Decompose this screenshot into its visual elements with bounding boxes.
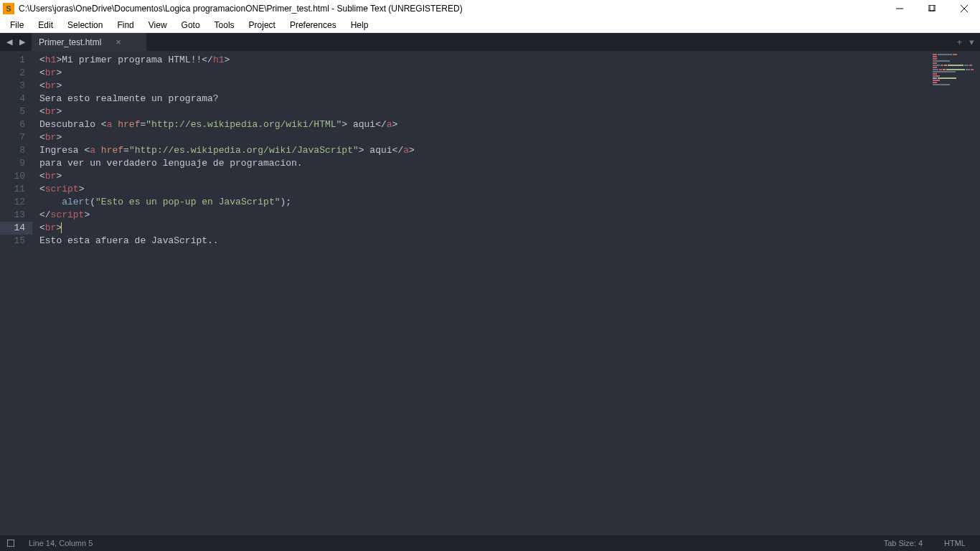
code-line[interactable]: <h1>Mi primer programa HTML!!</h1> [39,54,930,67]
nav-arrows: ◀ ▶ [0,33,32,51]
status-position[interactable]: Line 14, Column 5 [22,539,100,547]
new-tab-icon[interactable]: + [956,37,962,47]
minimap-line [933,54,977,55]
code-line[interactable]: <br> [39,170,930,183]
app-icon: S [3,3,14,14]
line-number: 8 [7,144,25,157]
svg-rect-1 [928,5,934,11]
nav-forward-icon[interactable]: ▶ [17,37,27,47]
minimap-line [933,67,977,68]
code-area[interactable]: <h1>Mi primer programa HTML!!</h1><br><b… [32,51,930,535]
code-line[interactable]: Ingresa <a href="http://es.wikipedia.org… [39,144,930,157]
code-line[interactable]: Esto esta afuera de JavaScript.. [39,235,930,248]
menubar: FileEditSelectionFindViewGotoToolsProjec… [0,17,980,33]
minimap-line [933,58,977,60]
line-number: 4 [7,93,25,105]
line-number: 9 [7,157,25,170]
line-number: 7 [7,131,25,144]
tab-right-controls: + ▾ [951,33,980,51]
menu-edit[interactable]: Edit [31,19,60,32]
gutter: 123456789101112131415 [0,51,32,535]
minimap-line [933,62,977,64]
window-controls [883,0,980,17]
editor[interactable]: 123456789101112131415 <h1>Mi primer prog… [0,51,980,535]
code-line[interactable]: <script> [39,183,930,196]
minimap-line [933,56,977,57]
tab-menu-icon[interactable]: ▾ [969,37,974,47]
menu-preferences[interactable]: Preferences [283,19,344,32]
code-line[interactable]: Sera esto realmente un programa? [39,93,930,105]
minimap-line [933,80,977,81]
line-number: 12 [7,196,25,209]
line-number: 2 [7,67,25,80]
line-number: 14 [0,222,32,235]
minimize-button[interactable] [883,0,915,17]
minimap-line [933,77,977,79]
code-line[interactable]: <br> [39,80,930,93]
menu-view[interactable]: View [141,19,174,32]
code-line[interactable]: <br> [39,222,930,235]
code-line[interactable]: <br> [39,131,930,144]
minimap-line [933,71,977,72]
code-line[interactable]: <br> [39,67,930,80]
menu-file[interactable]: File [3,19,31,32]
status-tab-size[interactable]: Tab Size: 4 [877,539,930,547]
code-line[interactable]: </script> [39,209,930,222]
line-number: 6 [7,118,25,131]
line-number: 5 [7,105,25,118]
line-number: 15 [7,235,25,248]
svg-rect-2 [930,5,936,11]
menu-tools[interactable]: Tools [207,19,242,32]
tab-row: ◀ ▶ Primer_test.html × + ▾ [0,33,980,51]
line-number: 11 [7,183,25,196]
caret [61,222,62,233]
close-button[interactable] [948,0,980,17]
status-syntax[interactable]: HTML [937,539,973,547]
minimap-line [933,69,977,70]
close-tab-icon[interactable]: × [116,37,121,47]
maximize-button[interactable] [915,0,948,17]
menu-help[interactable]: Help [344,19,376,32]
code-line[interactable]: <br> [39,105,930,118]
menu-find[interactable]: Find [110,19,141,32]
tab-active[interactable]: Primer_test.html × [32,33,146,51]
statusbar: Line 14, Column 5 Tab Size: 4 HTML [0,535,980,551]
menu-selection[interactable]: Selection [60,19,110,32]
code-line[interactable]: para ver un verdadero lenguaje de progra… [39,157,930,170]
minimap-line [933,60,977,62]
minimap-line [933,73,977,75]
minimap-line [933,84,977,85]
tab-label: Primer_test.html [39,37,101,47]
code-line[interactable]: alert("Esto es un pop-up en JavaScript")… [39,196,930,209]
minimap-line [933,82,977,83]
line-number: 13 [7,209,25,222]
nav-back-icon[interactable]: ◀ [4,37,14,47]
panel-toggle-icon[interactable] [7,540,14,547]
minimap-line [933,65,977,66]
menu-goto[interactable]: Goto [174,19,207,32]
titlebar: S C:\Users\joras\OneDrive\Documentos\Log… [0,0,980,17]
line-number: 3 [7,80,25,93]
window-title: C:\Users\joras\OneDrive\Documentos\Logic… [19,4,883,14]
minimap[interactable] [930,51,980,535]
line-number: 10 [7,170,25,183]
code-line[interactable]: Descubralo <a href="http://es.wikipedia.… [39,118,930,131]
line-number: 1 [7,54,25,67]
menu-project[interactable]: Project [242,19,283,32]
minimap-line [933,75,977,77]
